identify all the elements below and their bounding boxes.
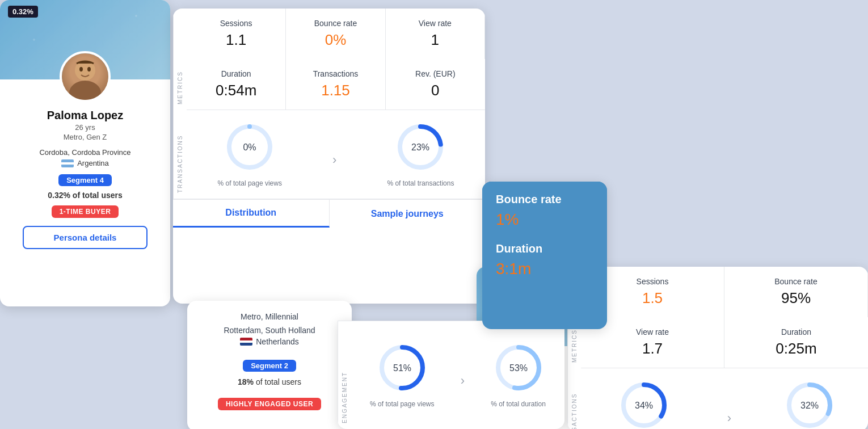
metrics-row-1: METRICS Sessions 1.1 Bounce rate 0% View… (173, 9, 485, 110)
paloma-profile-card: 0.32% Paloma Lopez 26 yrs Metro, Gen Z C… (0, 0, 170, 306)
devries-view-value: 1.7 (590, 340, 715, 358)
engagement-row: ENGAGEMENT 51% % of total page views › 5… (338, 321, 564, 429)
revenue-value: 0 (395, 82, 476, 99)
svg-point-1 (69, 81, 101, 100)
circle-page-views: 0% % of total page views (218, 121, 282, 187)
engagement-circle2-label: % of total duration (491, 400, 546, 408)
devries-bounce-rate: Bounce rate 95% (724, 267, 868, 317)
svg-text:34%: 34% (635, 401, 653, 410)
bounce-popup-content: Bounce rate 1% Duration 3:1m (482, 182, 607, 289)
person-name: Paloma Lopez (0, 109, 170, 122)
metric-transactions: Transactions 1.15 (286, 59, 385, 110)
transactions-section: TRANSACTIONS 0% % of total page views › … (173, 110, 485, 199)
devries-bounce-value: 95% (734, 289, 858, 307)
segment-badge: Segment 4 (58, 174, 112, 186)
view-rate-value: 1 (395, 31, 475, 49)
bounce-rate-value: 0% (295, 31, 376, 49)
card-body: Paloma Lopez 26 yrs Metro, Gen Z Cordoba… (0, 79, 170, 258)
flag-netherlands (240, 338, 252, 346)
engagement-circle-1: 51% % of total page views (370, 342, 434, 408)
avatar (60, 51, 111, 102)
pct-label: of total users (73, 191, 123, 200)
country-row: Argentina (0, 159, 170, 167)
devries-view-label: View rate (590, 327, 715, 337)
devries-duration-value: 0:25m (734, 340, 859, 358)
rotterdam-location: Rotterdam, South Holland (201, 326, 338, 335)
metrics-grid-top: Sessions 1.1 Bounce rate 0% View rate 1 … (187, 9, 485, 110)
rotterdam-pct: 18% of total users (201, 377, 338, 386)
rotterdam-pct-label: of total users (256, 377, 301, 386)
donut-chart-1: 0% (224, 121, 275, 173)
transactions-label: Transactions (295, 69, 376, 78)
bounce-rate-popup-label: Bounce rate (496, 193, 593, 206)
persona-details-button[interactable]: Persona details (23, 226, 148, 249)
engagement-label: ENGAGEMENT (338, 321, 351, 429)
rotterdam-segment-badge: Segment 2 (243, 360, 296, 372)
arrow-right-icon: › (332, 153, 336, 167)
svg-point-4 (87, 67, 91, 72)
devries-bounce-label: Bounce rate (734, 277, 858, 286)
sessions-label: Sessions (196, 19, 276, 28)
devries-duration-label: Duration (734, 327, 859, 337)
rotterdam-buyer-badge: HIGHLY ENGAGED USER (218, 398, 321, 410)
person-age: 26 yrs (0, 123, 170, 132)
sessions-value: 1.1 (196, 31, 276, 49)
rotterdam-pct-bold: 18% (238, 377, 254, 386)
devries-donut-2: 32% (784, 380, 835, 429)
engagement-arrow-icon: › (461, 373, 465, 388)
flag-argentina (61, 159, 74, 167)
rotterdam-card: Metro, Millennial Rotterdam, South Holla… (187, 301, 352, 429)
devries-transactions-section: TRANSACTIONS 34% % of total page views ›… (567, 368, 868, 429)
transactions-section-label: TRANSACTIONS (173, 110, 187, 199)
devries-metrics-grid-top: Sessions 1.5 Bounce rate 95% View rate 1… (581, 267, 868, 368)
view-rate-label: View rate (395, 19, 475, 28)
person-location: Cordoba, Cordoba Province (0, 148, 170, 157)
devries-transactions-label: TRANSACTIONS (567, 368, 581, 429)
devries-metrics-inner: Sessions 1.5 Bounce rate 95% View rate 1… (581, 267, 868, 368)
donut-chart-2: 23% (395, 121, 446, 173)
svg-point-3 (79, 67, 83, 72)
pct-users: 0.32% of total users (0, 191, 170, 200)
metric-view-rate: View rate 1 (386, 9, 485, 59)
engagement-content: 51% % of total page views › 53% % of tot… (351, 321, 564, 429)
circle2-label: % of total transactions (387, 179, 454, 187)
svg-text:51%: 51% (393, 363, 411, 373)
metric-sessions: Sessions 1.1 (187, 9, 286, 59)
segment-type: Metro, Gen Z (0, 133, 170, 141)
bounce-rate-label: Bounce rate (295, 19, 376, 28)
svg-text:23%: 23% (411, 142, 429, 152)
transactions-value: 1.15 (295, 82, 376, 99)
sample-journeys-tab[interactable]: Sample journeys (330, 200, 486, 228)
rotterdam-segment-type: Metro, Millennial (201, 312, 338, 321)
country-name: Argentina (77, 159, 109, 167)
svg-text:53%: 53% (509, 363, 528, 373)
devries-metrics-row: METRICS Sessions 1.5 Bounce rate 95% Vie… (567, 267, 868, 368)
devries-duration: Duration 0:25m (724, 317, 868, 368)
devries-transactions-content: 34% % of total page views › 32% % of tot… (581, 368, 868, 429)
duration-label: Duration (196, 69, 276, 78)
card-header: 0.32% (0, 0, 170, 79)
metric-bounce-rate: Bounce rate 0% (286, 9, 385, 59)
paloma-metrics-card: METRICS Sessions 1.1 Bounce rate 0% View… (173, 9, 485, 304)
tabs-row: Distribution Sample journeys (173, 199, 485, 228)
circle1-label: % of total page views (218, 179, 282, 187)
devries-sessions-label: Sessions (590, 277, 715, 286)
engagement-donut-1: 51% (377, 342, 428, 393)
duration-popup-value: 3:1m (496, 260, 593, 278)
metric-duration: Duration 0:54m (187, 59, 286, 110)
metrics-inner: Sessions 1.1 Bounce rate 0% View rate 1 … (187, 9, 485, 110)
rotterdam-segment-badge-wrap: Segment 2 (201, 353, 338, 372)
revenue-label: Rev. (EUR) (395, 69, 476, 78)
devries-sessions-value: 1.5 (590, 289, 715, 307)
devries-arrow-icon: › (727, 411, 731, 426)
duration-popup-label: Duration (496, 242, 593, 255)
metric-revenue: Rev. (EUR) 0 (386, 59, 485, 110)
devries-circle-2: 32% % of total duration (782, 380, 837, 429)
distribution-tab[interactable]: Distribution (173, 200, 330, 228)
svg-text:0%: 0% (243, 142, 256, 152)
devries-metrics-card: METRICS Sessions 1.5 Bounce rate 95% Vie… (567, 267, 868, 429)
devries-donut-1: 34% (618, 380, 669, 429)
rotterdam-content: Metro, Millennial Rotterdam, South Holla… (187, 301, 352, 422)
transactions-content: 0% % of total page views › 23% % of tota… (187, 110, 485, 199)
pct-value: 0.32% (48, 191, 70, 200)
